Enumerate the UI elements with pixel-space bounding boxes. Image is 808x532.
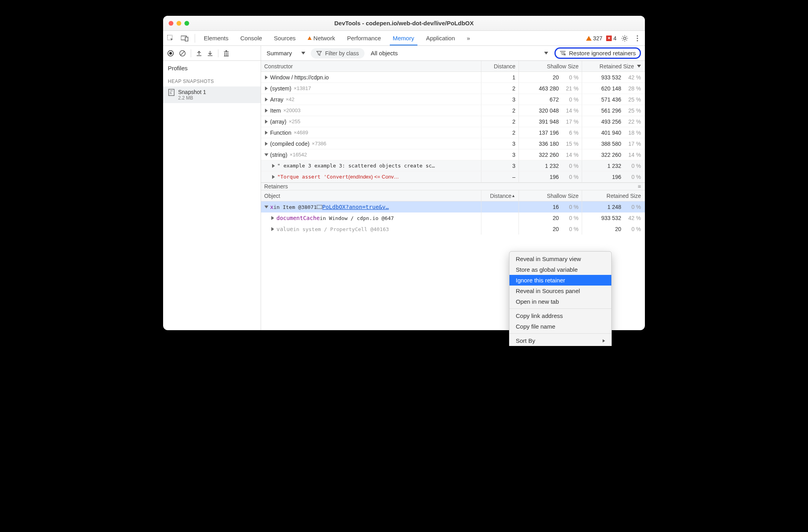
retainers-table-header: Object Distance▲ Shallow Size Retained S… — [261, 190, 645, 201]
expand-icon[interactable] — [271, 216, 274, 220]
clear-icon[interactable] — [179, 50, 186, 57]
content-area: Summary Filter by class All objects Rest… — [261, 46, 645, 330]
svg-point-5 — [637, 38, 638, 39]
context-menu-item[interactable]: Store as global variable — [509, 264, 611, 275]
expand-icon[interactable] — [265, 98, 268, 102]
context-menu-item[interactable]: Open in new tab — [509, 296, 611, 307]
context-menu-item[interactable]: Copy file name — [509, 321, 611, 332]
snapshot-icon — [168, 89, 175, 96]
expand-icon[interactable] — [265, 206, 269, 209]
device-toolbar-icon[interactable] — [180, 34, 189, 43]
context-menu-item[interactable]: Reveal in Summary view — [509, 254, 611, 264]
profiles-sidebar: Profiles HEAP SNAPSHOTS Snapshot 1 2.2 M… — [163, 46, 261, 330]
expand-icon[interactable] — [265, 109, 268, 113]
kebab-menu-icon[interactable] — [633, 34, 642, 43]
col-shallow[interactable]: Shallow Size — [519, 190, 582, 201]
retainer-row[interactable]: value in system / PropertyCell @40163 20… — [261, 224, 645, 235]
tab-performance[interactable]: Performance — [344, 32, 384, 45]
expand-icon[interactable] — [271, 227, 274, 231]
col-distance[interactable]: Distance — [481, 61, 519, 71]
table-row[interactable]: "Torque assert 'Convert(endIndex) <= Con… — [261, 171, 645, 182]
tab-console[interactable]: Console — [237, 32, 265, 45]
snapshot-size: 2.2 MB — [178, 95, 206, 101]
table-row[interactable]: (string)×16542 3 322 26014 % 322 26014 % — [261, 149, 645, 160]
col-constructor[interactable]: Constructor — [261, 63, 481, 70]
tab-network[interactable]: Network — [304, 32, 338, 45]
filter-icon — [316, 51, 322, 56]
snapshot-name: Snapshot 1 — [178, 89, 206, 95]
col-distance[interactable]: Distance▲ — [481, 190, 519, 201]
titlebar: DevTools - codepen.io/web-dot-dev/live/P… — [163, 16, 645, 31]
objects-filter-dropdown[interactable]: All objects — [371, 50, 398, 56]
panel-tabbar: ElementsConsoleSourcesNetworkPerformance… — [163, 31, 645, 46]
expand-icon[interactable] — [265, 86, 268, 90]
devtools-window: DevTools - codepen.io/web-dot-dev/live/P… — [163, 16, 645, 330]
submenu-icon — [603, 339, 605, 342]
expand-icon[interactable] — [265, 142, 268, 146]
window-title: DevTools - codepen.io/web-dot-dev/live/P… — [163, 20, 645, 26]
perspective-dropdown[interactable]: Summary — [265, 48, 307, 58]
class-filter-input[interactable]: Filter by class — [311, 48, 365, 58]
sidebar-toolbar — [163, 46, 261, 61]
table-header: Constructor Distance Shallow Size Retain… — [261, 61, 645, 72]
context-menu-item[interactable]: Ignore this retainer — [509, 275, 611, 286]
menu-icon[interactable]: ≡ — [638, 183, 641, 190]
context-menu-item[interactable]: Copy link address — [509, 310, 611, 321]
record-icon[interactable] — [167, 50, 174, 57]
heap-snapshots-header: HEAP SNAPSHOTS — [163, 76, 261, 86]
expand-icon[interactable] — [265, 75, 268, 79]
restore-ignored-retainers-button[interactable]: Restore ignored retainers — [554, 47, 641, 59]
col-retained[interactable]: Retained Size — [582, 61, 645, 71]
retainers-header[interactable]: Retainers ≡ — [261, 182, 645, 190]
more-tabs-button[interactable]: » — [464, 32, 473, 45]
context-menu-item[interactable]: Sort By — [509, 335, 611, 346]
warning-icon — [586, 36, 592, 41]
download-icon[interactable] — [207, 50, 213, 56]
memory-toolbar: Summary Filter by class All objects Rest… — [261, 46, 645, 61]
tab-memory[interactable]: Memory — [390, 32, 417, 45]
retainer-row[interactable]: x in Item @38071 PoLdbOX?anon=true&v… 16… — [261, 201, 645, 212]
profiles-title: Profiles — [163, 61, 261, 76]
error-icon: ✕ — [606, 36, 612, 41]
snapshot-item[interactable]: Snapshot 1 2.2 MB — [163, 86, 261, 103]
expand-icon[interactable] — [265, 153, 269, 156]
tab-application[interactable]: Application — [423, 32, 458, 45]
tab-sources[interactable]: Sources — [271, 32, 299, 45]
expand-icon[interactable] — [265, 120, 268, 124]
sort-desc-icon — [637, 65, 641, 68]
expand-icon[interactable] — [265, 131, 268, 135]
warnings-badge[interactable]: 327 — [586, 35, 602, 41]
gc-icon[interactable] — [223, 50, 229, 57]
errors-badge[interactable]: ✕4 — [606, 35, 616, 41]
retainer-row[interactable]: documentCache in Window / cdpn.io @647 2… — [261, 212, 645, 224]
table-row[interactable]: Function×4689 2 137 1966 % 401 94018 % — [261, 127, 645, 138]
tab-elements[interactable]: Elements — [201, 32, 232, 45]
svg-point-8 — [169, 52, 172, 55]
separator — [195, 34, 195, 43]
table-row[interactable]: (array)×255 2 391 94817 % 493 25622 % — [261, 116, 645, 127]
col-retained[interactable]: Retained Size — [582, 190, 645, 201]
expand-icon[interactable] — [272, 175, 275, 179]
chevron-down-icon — [301, 52, 305, 55]
col-shallow[interactable]: Shallow Size — [519, 61, 582, 71]
svg-rect-2 — [185, 37, 188, 41]
warning-icon — [308, 36, 312, 40]
svg-point-4 — [637, 35, 638, 36]
upload-icon[interactable] — [196, 50, 202, 56]
gear-icon[interactable] — [620, 34, 629, 43]
chevron-down-icon[interactable] — [544, 52, 548, 55]
svg-point-6 — [637, 40, 638, 41]
table-row[interactable]: (compiled code)×7386 3 336 18015 % 388 5… — [261, 138, 645, 149]
context-menu: Reveal in Summary viewStore as global va… — [509, 251, 612, 346]
table-row[interactable]: (system)×13817 2 463 28021 % 620 14828 % — [261, 83, 645, 94]
svg-point-3 — [624, 37, 626, 39]
svg-line-10 — [180, 51, 184, 55]
col-object[interactable]: Object — [261, 193, 481, 199]
table-row[interactable]: Item×20003 2 320 04814 % 561 29625 % — [261, 105, 645, 116]
expand-icon[interactable] — [272, 164, 275, 168]
table-row[interactable]: " example 3 example 3: scattered objects… — [261, 160, 645, 171]
table-row[interactable]: Window / https://cdpn.io 1 200 % 933 532… — [261, 72, 645, 83]
inspect-icon[interactable] — [166, 34, 175, 43]
context-menu-item[interactable]: Reveal in Sources panel — [509, 286, 611, 296]
table-row[interactable]: Array×42 3 6720 % 571 43625 % — [261, 94, 645, 105]
